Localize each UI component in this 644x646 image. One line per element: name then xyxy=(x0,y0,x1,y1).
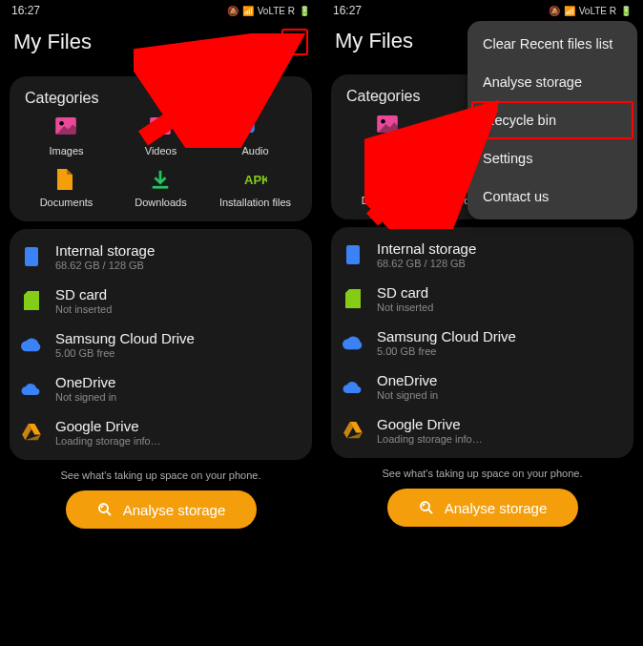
samsung-cloud-icon xyxy=(21,334,42,355)
google-drive-icon xyxy=(343,420,364,441)
storage-title: SD card xyxy=(377,284,433,301)
storage-item-internal-storage[interactable]: Internal storage68.62 GB / 128 GB xyxy=(335,233,630,277)
storage-subtitle: Not inserted xyxy=(377,302,433,313)
storage-title: OneDrive xyxy=(55,374,116,390)
storage-item-sd-card[interactable]: SD cardNot inserted xyxy=(13,279,308,323)
analyse-icon xyxy=(96,501,114,518)
more-options-button[interactable] xyxy=(281,29,308,55)
samsung-cloud-icon xyxy=(343,332,364,353)
battery-icon: 🔋 xyxy=(299,6,310,16)
search-button[interactable] xyxy=(249,29,276,55)
category-label: Documents xyxy=(362,195,415,206)
svg-point-6 xyxy=(59,121,64,126)
storage-subtitle: Loading storage info… xyxy=(377,433,483,445)
category-audio[interactable]: Audio xyxy=(208,116,302,156)
storage-item-onedrive[interactable]: OneDriveNot signed in xyxy=(13,366,308,410)
category-label: Downloads xyxy=(135,197,186,208)
menu-item-clear-recent-files-list[interactable]: Clear Recent files list xyxy=(467,25,637,63)
net-label: VoLTE R xyxy=(258,6,295,16)
analyse-storage-button[interactable]: Analyse storage xyxy=(387,489,578,527)
app-header: My Files xyxy=(0,21,322,69)
storage-subtitle: 5.00 GB free xyxy=(55,347,195,359)
wifi-icon: 📶 xyxy=(242,6,254,16)
category-label: Installation files xyxy=(219,197,291,208)
onedrive-icon xyxy=(21,378,42,399)
menu-item-recycle-bin[interactable]: Recycle bin xyxy=(471,101,634,139)
storage-title: OneDrive xyxy=(377,372,438,388)
svg-point-21 xyxy=(381,119,385,124)
category-label: Audio xyxy=(241,145,268,156)
menu-item-settings[interactable]: Settings xyxy=(467,139,637,177)
category-documents[interactable]: Documents xyxy=(341,166,435,206)
phone-screen-right: 16:27 🔕 📶 VoLTE R 🔋 My Files Categories … xyxy=(322,0,643,646)
storage-item-internal-storage[interactable]: Internal storage68.62 GB / 128 GB xyxy=(13,235,308,279)
storage-subtitle: Loading storage info… xyxy=(55,435,161,447)
image-icon xyxy=(55,116,78,139)
download-icon xyxy=(150,168,173,191)
svg-point-2 xyxy=(294,35,297,38)
category-label: Images xyxy=(370,143,405,155)
battery-icon: 🔋 xyxy=(620,6,632,16)
phone-screen-left: 16:27 🔕 📶 VoLTE R 🔋 My Files Categories … xyxy=(0,0,322,646)
options-menu: Clear Recent files listAnalyse storageRe… xyxy=(467,21,637,219)
status-icons: 🔕 📶 VoLTE R 🔋 xyxy=(227,6,310,16)
svg-rect-12 xyxy=(25,247,38,266)
svg-point-16 xyxy=(99,504,108,512)
phone-storage-icon xyxy=(343,244,364,265)
category-downloads[interactable]: Downloads xyxy=(114,168,208,208)
video-icon xyxy=(150,116,173,139)
page-title: My Files xyxy=(335,29,413,53)
analyse-storage-button[interactable]: Analyse storage xyxy=(66,490,257,529)
category-documents[interactable]: Documents xyxy=(19,168,114,208)
storage-item-onedrive[interactable]: OneDriveNot signed in xyxy=(335,365,630,408)
storage-item-samsung-cloud-drive[interactable]: Samsung Cloud Drive5.00 GB free xyxy=(13,323,308,366)
search-icon xyxy=(253,32,272,52)
wifi-icon: 📶 xyxy=(564,6,575,16)
categories-heading: Categories xyxy=(19,90,302,107)
document-icon xyxy=(55,168,78,191)
svg-line-17 xyxy=(107,511,111,515)
storage-subtitle: 68.62 GB / 128 GB xyxy=(55,260,155,271)
onedrive-icon xyxy=(343,376,364,397)
google-drive-icon xyxy=(21,422,42,443)
footer-hint: See what's taking up space on your phone… xyxy=(322,468,643,479)
audio-icon xyxy=(244,116,267,139)
image-icon xyxy=(377,115,400,137)
svg-line-1 xyxy=(265,45,269,49)
storage-card: Internal storage68.62 GB / 128 GBSD card… xyxy=(331,227,634,458)
storage-subtitle: 68.62 GB / 128 GB xyxy=(377,258,476,269)
storage-subtitle: Not inserted xyxy=(55,303,112,315)
storage-item-samsung-cloud-drive[interactable]: Samsung Cloud Drive5.00 GB free xyxy=(335,321,630,365)
sd-card-icon xyxy=(343,288,364,309)
svg-line-32 xyxy=(428,510,432,513)
sd-card-icon xyxy=(21,290,42,311)
more-vertical-icon xyxy=(286,33,303,51)
svg-text:APK: APK xyxy=(244,173,267,187)
menu-item-contact-us[interactable]: Contact us xyxy=(467,177,637,216)
category-videos[interactable]: Videos xyxy=(114,116,208,156)
mute-icon: 🔕 xyxy=(227,6,239,16)
storage-title: Samsung Cloud Drive xyxy=(55,330,195,346)
status-time: 16:27 xyxy=(333,4,362,17)
category-images[interactable]: Images xyxy=(341,115,435,155)
storage-subtitle: Not signed in xyxy=(377,389,438,401)
categories-card: Categories ImagesVideosAudioDocumentsDow… xyxy=(10,76,312,221)
storage-title: Internal storage xyxy=(377,240,476,257)
svg-point-4 xyxy=(294,46,297,49)
storage-item-sd-card[interactable]: SD cardNot inserted xyxy=(335,277,630,321)
analyse-label: Analyse storage xyxy=(445,500,548,516)
footer-hint: See what's taking up space on your phone… xyxy=(0,469,322,481)
category-installation-files[interactable]: APKInstallation files xyxy=(208,168,302,208)
category-label: Images xyxy=(49,145,83,156)
storage-item-google-drive[interactable]: Google DriveLoading storage info… xyxy=(335,408,630,452)
mute-icon: 🔕 xyxy=(549,6,560,16)
category-images[interactable]: Images xyxy=(19,116,114,156)
menu-item-analyse-storage[interactable]: Analyse storage xyxy=(467,63,637,101)
status-bar: 16:27 🔕 📶 VoLTE R 🔋 xyxy=(0,0,322,21)
svg-point-31 xyxy=(421,502,429,511)
storage-item-google-drive[interactable]: Google DriveLoading storage info… xyxy=(13,410,308,454)
document-icon xyxy=(377,166,400,189)
analyse-icon xyxy=(418,499,435,516)
svg-rect-27 xyxy=(346,245,360,264)
phone-storage-icon xyxy=(21,246,42,267)
